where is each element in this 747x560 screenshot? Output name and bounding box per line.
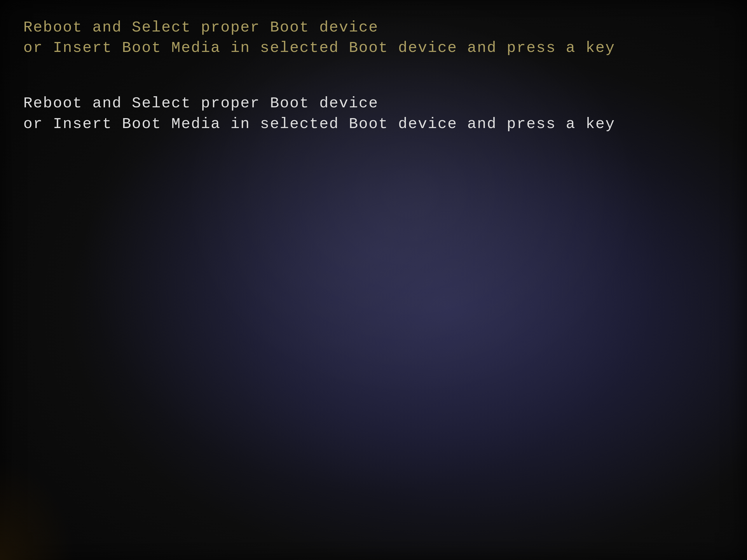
first-block-line1: Reboot and Select proper Boot device (23, 18, 724, 38)
first-error-block: Reboot and Select proper Boot device or … (23, 18, 724, 58)
text-area: Reboot and Select proper Boot device or … (0, 0, 747, 560)
corner-vignette (0, 443, 87, 560)
second-error-block: Reboot and Select proper Boot device or … (23, 93, 724, 134)
bios-screen: Reboot and Select proper Boot device or … (0, 0, 747, 560)
first-block-line2: or Insert Boot Media in selected Boot de… (23, 38, 724, 58)
second-block-line1: Reboot and Select proper Boot device (23, 93, 724, 114)
second-block-line2: or Insert Boot Media in selected Boot de… (23, 114, 724, 134)
